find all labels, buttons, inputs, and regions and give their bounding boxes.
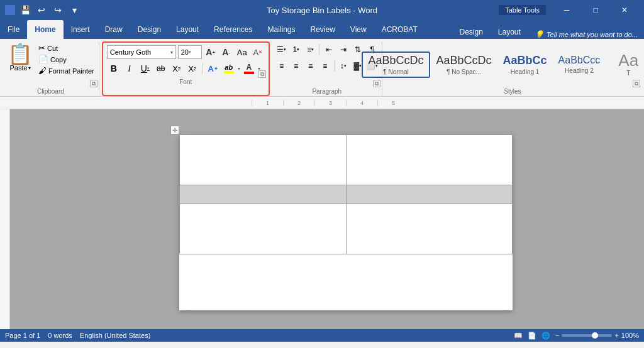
close-button[interactable]: ✕ [610,0,639,20]
font-color-button[interactable]: A [242,62,256,75]
app-icon [5,5,15,15]
document-container: ✛ [142,134,513,317]
title-bar: 💾 ↩ ↪ ▾ Toy Storage Bin Labels - Word Ta… [0,0,644,20]
minimize-button[interactable]: ─ [552,0,581,20]
zoom-out-button[interactable]: − [555,332,559,339]
align-center-button[interactable]: ≡ [289,59,303,73]
tab-review[interactable]: Review [303,20,343,39]
multilevel-list-button[interactable]: ≡▾ [304,43,318,57]
justify-button[interactable]: ≡ [318,59,332,73]
font-size-dropdown[interactable]: 20 ▾ [178,45,202,59]
style-heading2[interactable]: AaBbCcc Heading 2 [553,53,606,75]
tab-layout[interactable]: Layout [169,20,206,39]
bullets-button[interactable]: ☰▾ [275,43,289,57]
font-expand-button[interactable]: ⧉ [258,70,266,78]
zoom-thumb [592,332,598,339]
zoom-slider[interactable] [562,334,612,337]
copy-button[interactable]: 📄 Copy [36,54,96,65]
tab-design[interactable]: Design [130,20,169,39]
zoom-in-button[interactable]: + [614,332,618,339]
table-cell-3-2[interactable] [346,204,513,254]
format-painter-button[interactable]: 🖌 Format Painter [36,65,96,76]
align-left-button[interactable]: ≡ [275,59,289,73]
style-no-space[interactable]: AaBbCcDc ¶ No Spac... [431,53,497,77]
style-title-label: T [626,70,630,77]
tab-mailings[interactable]: Mailings [260,20,303,39]
style-heading1[interactable]: AaBbCc Heading 1 [498,53,552,77]
tab-insert[interactable]: Insert [64,20,97,39]
ribbon: 📋 Paste ▾ ✂ Cut 📄 Copy 🖌 Format Painter [0,39,644,97]
maximize-button[interactable]: □ [581,0,610,20]
ruler-mark-4: 4 [346,100,377,106]
table-move-handle[interactable]: ✛ [170,126,179,134]
font-shrink-button[interactable]: A- [219,45,233,59]
superscript-button[interactable]: X2 [186,62,199,75]
tab-draw[interactable]: Draw [97,20,130,39]
zoom-control: − + 100% [555,332,639,339]
paste-button[interactable]: 📋 Paste ▾ [5,43,35,87]
table-cell-1-1[interactable] [180,135,347,185]
tab-table-layout[interactable]: Layout [491,25,528,39]
view-web-button[interactable]: 🌐 [541,332,550,340]
view-read-button[interactable]: 📖 [514,332,523,340]
strikethrough-button[interactable]: ab [154,62,168,75]
table-cell-1-2[interactable] [346,135,513,185]
style-h2-label: Heading 2 [565,67,594,74]
document-table [179,134,513,254]
numbering-button[interactable]: 1▾ [289,43,303,57]
align-right-button[interactable]: ≡ [304,59,318,73]
font-grow-button[interactable]: A+ [204,45,218,59]
ruler-mark-5: 5 [377,100,409,106]
tell-me-input[interactable]: 💡 Tell me what you want to do... [528,30,644,39]
table-cell-2-2[interactable] [346,185,513,204]
style-normal[interactable]: AaBbCcDc ¶ Normal [362,52,430,78]
italic-button[interactable]: I [123,62,136,75]
cut-button[interactable]: ✂ Cut [36,43,96,53]
underline-button[interactable]: U ▾ [138,62,152,75]
text-highlight-button[interactable]: ab [222,62,236,75]
subscript-button[interactable]: X2 [170,62,184,75]
style-normal-preview: AaBbCcDc [368,54,423,67]
font-row-2: B I U ▾ ab X2 X2 A✦ ab ▾ A [107,62,260,75]
main-area: ✛ [0,109,644,329]
vertical-ruler [0,109,10,329]
table-row-1 [180,135,513,185]
view-print-button[interactable]: 📄 [528,332,536,340]
text-effects-button[interactable]: A✦ [206,62,220,75]
tab-acrobat[interactable]: ACROBAT [374,20,425,39]
separator-3 [334,60,335,72]
bold-button[interactable]: B [107,62,121,75]
save-button[interactable]: 💾 [19,4,31,16]
redo-button[interactable]: ↪ [52,4,64,16]
style-h1-label: Heading 1 [511,68,540,75]
font-name-dropdown[interactable]: Century Goth ▾ [107,45,176,59]
tab-view[interactable]: View [343,20,374,39]
word-count: 0 words [48,332,72,339]
change-case-button[interactable]: Aa [235,45,249,59]
font-group: Century Goth ▾ 20 ▾ A+ A- Aa A✕ B I [104,44,267,87]
tab-file[interactable]: File [0,20,27,39]
font-group-highlighted: Century Goth ▾ 20 ▾ A+ A- Aa A✕ B I [102,41,270,96]
tab-home[interactable]: Home [27,20,63,39]
clear-formatting-button[interactable]: A✕ [251,45,265,59]
style-title[interactable]: Aa T [606,51,644,78]
cut-icon: ✂ [38,43,45,53]
table-tools-label: Table Tools [499,5,546,15]
tab-references[interactable]: References [206,20,260,39]
customize-qat-button[interactable]: ▾ [68,4,80,16]
decrease-indent-button[interactable]: ⇤ [322,43,336,57]
styles-expand-button[interactable]: ⧉ [633,80,640,87]
table-cell-3-1[interactable] [180,204,347,254]
tab-table-design[interactable]: Design [452,25,490,39]
undo-button[interactable]: ↩ [35,4,48,16]
highlight-color-bar [224,71,234,73]
status-bar: Page 1 of 1 0 words English (United Stat… [0,329,644,342]
document-page: ✛ [179,134,513,310]
increase-indent-button[interactable]: ⇥ [336,43,350,57]
highlight-dropdown-arrow[interactable]: ▾ [238,66,240,72]
ruler-mark-1: 1 [252,100,283,106]
line-spacing-button[interactable]: ↕▾ [336,59,350,73]
clipboard-expand-button[interactable]: ⧉ [90,80,97,87]
style-normal-label: ¶ Normal [383,68,408,75]
table-cell-2-1[interactable] [180,185,347,204]
